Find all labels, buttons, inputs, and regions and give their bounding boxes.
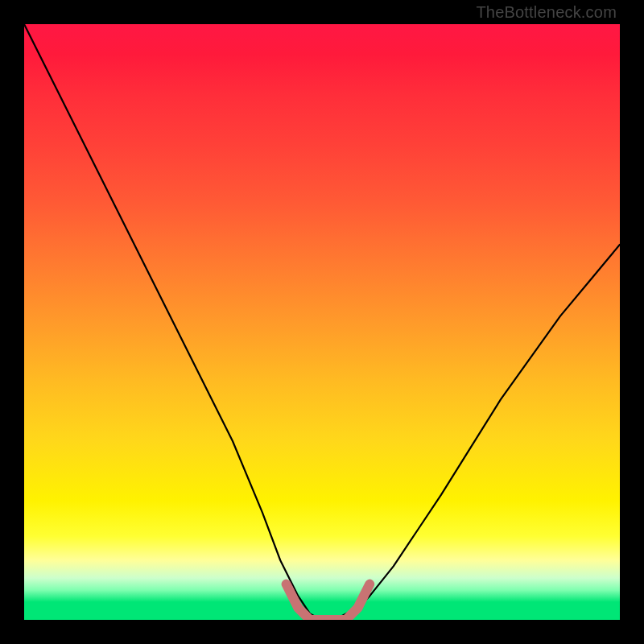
curve-layer bbox=[24, 24, 620, 620]
plot-area bbox=[24, 24, 620, 620]
bottleneck-curve bbox=[24, 24, 620, 620]
chart-frame: TheBottleneck.com bbox=[0, 0, 644, 644]
optimal-range-marker bbox=[287, 584, 370, 620]
watermark-text: TheBottleneck.com bbox=[476, 3, 617, 22]
